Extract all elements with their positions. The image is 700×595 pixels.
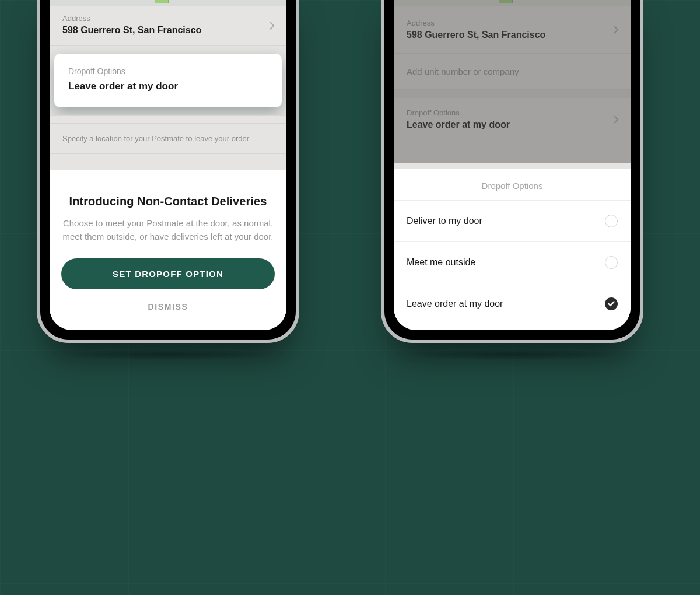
option-label: Meet me outside xyxy=(407,257,475,268)
dropoff-label: Dropoff Options xyxy=(407,108,618,117)
radio-unchecked-icon xyxy=(605,256,618,269)
intro-title: Introducing Non-Contact Deliveries xyxy=(61,195,275,208)
dropoff-note-row: Specify a location for your Postmate to … xyxy=(50,124,286,154)
address-row[interactable]: Address 598 Guerrero St, San Francisco xyxy=(50,6,286,46)
set-dropoff-button[interactable]: SET DROPOFF OPTION xyxy=(61,258,275,289)
dropoff-card-label: Dropoff Options xyxy=(68,66,268,76)
unit-number-input[interactable]: Add unit number or company xyxy=(394,54,631,90)
phone-mock-right: Address 598 Guerrero St, San Francisco A… xyxy=(381,0,643,343)
dropoff-value: Leave order at my door xyxy=(407,120,618,130)
options-sheet-title: Dropoff Options xyxy=(394,169,631,201)
chevron-right-icon xyxy=(269,21,275,30)
dropoff-note-text: Specify a location for your Postmate to … xyxy=(62,134,274,143)
chevron-right-icon xyxy=(613,25,619,34)
intro-body: Choose to meet your Postmate at the door… xyxy=(61,216,275,244)
screen-left: Address 598 Guerrero St, San Francisco D… xyxy=(50,0,286,330)
dropoff-row[interactable]: Dropoff Options Leave order at my door xyxy=(394,98,631,141)
address-value: 598 Guerrero St, San Francisco xyxy=(407,30,618,40)
unit-placeholder: Add unit number or company xyxy=(407,66,618,76)
dropoff-card-value: Leave order at my door xyxy=(68,80,268,92)
screen-right: Address 598 Guerrero St, San Francisco A… xyxy=(394,0,631,330)
chevron-right-icon xyxy=(613,115,619,124)
option-label: Leave order at my door xyxy=(407,299,503,309)
dropoff-option[interactable]: Leave order at my door xyxy=(394,284,631,330)
dropoff-highlight-card[interactable]: Dropoff Options Leave order at my door xyxy=(54,54,282,107)
address-label: Address xyxy=(407,19,618,27)
radio-unchecked-icon xyxy=(605,215,618,228)
map-strip xyxy=(394,0,631,6)
address-row[interactable]: Address 598 Guerrero St, San Francisco xyxy=(394,6,631,54)
radio-checked-icon xyxy=(605,298,618,310)
dismiss-button[interactable]: DISMISS xyxy=(61,289,275,316)
dropoff-options-sheet: Dropoff Options Deliver to my door Meet … xyxy=(394,169,631,330)
intro-sheet: Introducing Non-Contact Deliveries Choos… xyxy=(50,170,286,331)
option-label: Deliver to my door xyxy=(407,216,482,226)
dropoff-option[interactable]: Deliver to my door xyxy=(394,201,631,242)
address-value: 598 Guerrero St, San Francisco xyxy=(62,25,274,36)
dropoff-option[interactable]: Meet me outside xyxy=(394,242,631,284)
map-strip xyxy=(50,0,286,6)
phone-mock-left: Address 598 Guerrero St, San Francisco D… xyxy=(37,0,299,343)
address-label: Address xyxy=(62,14,274,23)
